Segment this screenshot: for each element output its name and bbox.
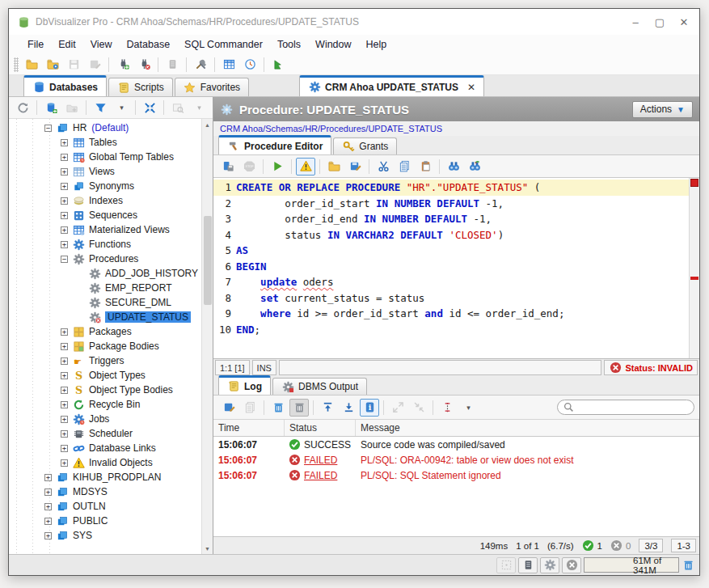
- collapse-icon[interactable]: −: [44, 125, 52, 132]
- menu-item-sql-commander[interactable]: SQL Commander: [177, 36, 270, 53]
- expand-icon[interactable]: +: [61, 459, 68, 467]
- tree-item-scheduler[interactable]: +Scheduler: [9, 426, 201, 441]
- code-line[interactable]: 7 update oders: [213, 274, 689, 290]
- find-replace-button[interactable]: [465, 158, 484, 176]
- row-height-button[interactable]: [437, 399, 457, 417]
- expand-icon[interactable]: +: [61, 416, 68, 423]
- menu-item-view[interactable]: View: [83, 36, 120, 53]
- tab-databases[interactable]: Databases: [23, 75, 107, 96]
- tree-item-public[interactable]: +PUBLIC: [9, 514, 201, 528]
- tab-scripts[interactable]: Scripts: [108, 78, 173, 96]
- scroll-up-arrow[interactable]: ▲: [202, 119, 213, 130]
- tree-item-tables[interactable]: +Tables: [9, 135, 201, 150]
- clear-on-execute-button[interactable]: [289, 399, 309, 417]
- tree-item-packages[interactable]: +Packages: [9, 324, 201, 339]
- bookmark-arrow-button[interactable]: [268, 56, 288, 74]
- log-search-input[interactable]: [578, 403, 693, 412]
- log-search-box[interactable]: [557, 400, 694, 415]
- copy-button[interactable]: [395, 158, 414, 176]
- expand-icon[interactable]: +: [61, 212, 68, 219]
- tree-item-recycle-bin[interactable]: +Recycle Bin: [9, 397, 201, 412]
- garbage-collect-icon[interactable]: [682, 559, 694, 572]
- tree-item-global-temp-tables[interactable]: +Global Temp Tables: [9, 150, 201, 164]
- tree-item-invalid-objects[interactable]: +Invalid Objects: [9, 455, 201, 470]
- open-folder-button[interactable]: [22, 56, 41, 74]
- tree-item-kihub-prodplan[interactable]: +KIHUB_PRODPLAN: [9, 470, 201, 484]
- expand-icon[interactable]: +: [44, 532, 52, 539]
- settings-button[interactable]: [540, 557, 559, 573]
- show-errors-button[interactable]: [296, 158, 315, 176]
- toolbar-grip[interactable]: [14, 57, 19, 72]
- history-clock-button[interactable]: [240, 56, 260, 74]
- expand-icon[interactable]: +: [61, 241, 68, 248]
- code-line[interactable]: 8 set current_status = status: [213, 290, 689, 307]
- tree-item-hr[interactable]: −HR(Default): [9, 121, 201, 135]
- execute-button[interactable]: [268, 158, 287, 176]
- layout-button[interactable]: [496, 557, 516, 573]
- column-header-message[interactable]: Message: [356, 420, 699, 436]
- info-button[interactable]: i: [360, 399, 379, 417]
- save-procedure-button[interactable]: [218, 158, 238, 176]
- menu-item-tools[interactable]: Tools: [270, 36, 308, 53]
- tree-item-functions[interactable]: +Functions: [9, 237, 201, 252]
- tab-grants[interactable]: Grants: [333, 137, 397, 154]
- refresh-button[interactable]: [13, 99, 32, 116]
- expand-icon[interactable]: +: [61, 328, 68, 336]
- scroll-down-arrow[interactable]: ▼: [202, 543, 213, 554]
- scroll-top-button[interactable]: [318, 399, 337, 417]
- row-height-caret-button[interactable]: ▾: [458, 399, 478, 417]
- maximize-button[interactable]: ▢: [648, 12, 672, 32]
- expand-icon[interactable]: +: [61, 168, 68, 176]
- tree-item-synonyms[interactable]: +Synonyms: [9, 179, 201, 193]
- code-line[interactable]: 3 order_id_end IN NUMBER DEFAULT -1,: [213, 211, 689, 227]
- column-header-status[interactable]: Status: [285, 420, 356, 436]
- tree-item-update-status[interactable]: UPDATE_STATUS: [9, 310, 201, 324]
- tab-dbms-output[interactable]: DBMS Output: [272, 378, 367, 395]
- expand-icon[interactable]: +: [44, 474, 52, 481]
- filter-button[interactable]: [91, 99, 110, 116]
- tree-item-indexes[interactable]: +Indexes: [9, 193, 201, 208]
- scroll-thumb[interactable]: [204, 216, 212, 305]
- tab-favorites[interactable]: Favorites: [175, 78, 249, 96]
- doc-tab-crm-ahoa-update-status[interactable]: CRM Ahoa UPDATE_STATUS✕: [299, 75, 484, 96]
- doc-tab-close-icon[interactable]: ✕: [467, 82, 475, 93]
- menu-item-edit[interactable]: Edit: [51, 36, 83, 53]
- log-row[interactable]: 15:06:07FAILEDPL/SQL: SQL Statement igno…: [213, 467, 699, 483]
- expand-icon[interactable]: +: [61, 357, 68, 365]
- expand-icon[interactable]: +: [44, 518, 52, 525]
- find-button[interactable]: [444, 158, 463, 176]
- tree-item-materialized-views[interactable]: +Materialized Views: [9, 222, 201, 237]
- filter-caret-button[interactable]: ▾: [112, 99, 131, 116]
- log-row[interactable]: 15:06:07SUCCESSSource code was compiled/…: [213, 437, 699, 452]
- tree-item-sys[interactable]: +SYS: [9, 528, 201, 543]
- expand-icon[interactable]: +: [61, 226, 68, 234]
- tree-item-database-links[interactable]: +Database Links: [9, 441, 201, 455]
- cut-button[interactable]: [373, 158, 393, 176]
- tools-button[interactable]: [191, 56, 210, 74]
- code-line[interactable]: 4 status IN VARCHAR2 DEFAULT 'CLOSED'): [213, 227, 689, 243]
- expand-icon[interactable]: +: [61, 401, 68, 408]
- connect-button[interactable]: [113, 56, 133, 74]
- code-lines[interactable]: 1CREATE OR REPLACE PROCEDURE "HR"."UPDAT…: [213, 178, 689, 358]
- expand-icon[interactable]: +: [44, 489, 52, 496]
- expand-icon[interactable]: +: [44, 503, 52, 510]
- save-file-button[interactable]: [345, 158, 365, 176]
- column-header-time[interactable]: Time: [213, 420, 285, 436]
- close-button[interactable]: ✕: [672, 12, 696, 32]
- clear-log-button[interactable]: [268, 399, 288, 417]
- menu-item-file[interactable]: File: [20, 36, 51, 53]
- collapse-icon[interactable]: −: [61, 256, 68, 263]
- code-line[interactable]: 6BEGIN: [213, 259, 689, 275]
- tree-item-jobs[interactable]: +Jobs: [9, 412, 201, 426]
- memory-indicator[interactable]: 61M of 341M: [584, 557, 679, 573]
- error-overview-marker[interactable]: [690, 179, 698, 187]
- close-connections-button[interactable]: [562, 557, 581, 573]
- expand-icon[interactable]: +: [61, 197, 68, 205]
- table-grid-button[interactable]: [219, 56, 238, 74]
- tree-item-procedures[interactable]: −Procedures: [9, 252, 201, 266]
- code-editor[interactable]: 1CREATE OR REPLACE PROCEDURE "HR"."UPDAT…: [213, 178, 699, 359]
- expand-icon[interactable]: +: [61, 372, 68, 379]
- export-log-button[interactable]: [219, 399, 238, 417]
- code-line[interactable]: 2 order_id_start IN NUMBER DEFAULT -1,: [213, 196, 689, 212]
- code-line[interactable]: 9 where id >= order_id_start and id <= o…: [213, 306, 689, 322]
